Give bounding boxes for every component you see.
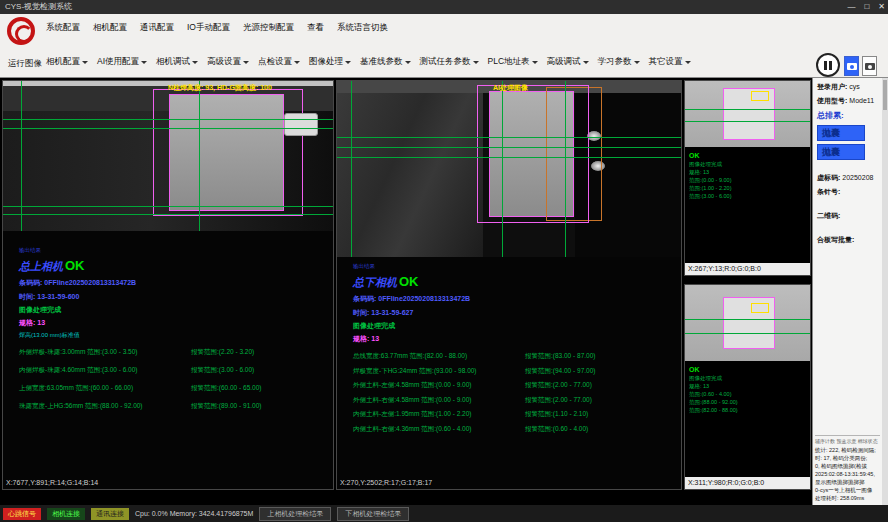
camera-select-button-2[interactable]: [862, 56, 877, 76]
lower-camera-view[interactable]: AI处理图像 输出结果 总下相机OK 条码码: 0FFline202502081…: [336, 80, 682, 490]
app-window: CYS-视觉检测系统 — □ ✕ 系统配置 相机配置 通讯配置 IO手动配置 光…: [0, 0, 888, 522]
tool-camera-config[interactable]: 相机配置: [46, 56, 88, 68]
measure-row: 外侧土料-右侧:4.58mm 范围:(0.00 - 9.00)报警范围:(2.0…: [353, 396, 677, 405]
pixel-coords-readout: X:7677,Y:891;R:14;G:14;B:14: [6, 477, 98, 489]
spec-text: 规格: 13: [353, 334, 677, 344]
tool-learning-params[interactable]: 学习参数: [598, 56, 640, 68]
result-note: 输出结果: [353, 263, 677, 270]
close-icon[interactable]: ✕: [878, 0, 885, 14]
scrollbar[interactable]: [882, 78, 888, 505]
time-text: 时间: 13-31-59-627: [353, 308, 677, 318]
maximize-icon[interactable]: □: [864, 0, 869, 14]
camera-title: 总下相机: [353, 276, 397, 288]
process-status: 图像处理完成: [19, 305, 329, 315]
pause-button[interactable]: [816, 53, 840, 77]
machine-structure: [337, 93, 483, 257]
tool-image-process[interactable]: 图像处理: [309, 56, 351, 68]
result-note: 输出结果: [19, 247, 329, 254]
guide-line-v: [502, 81, 503, 257]
measurement-rows: 总线宽度:63.77mm 范围:(82.00 - 88.00)报警范围:(83.…: [353, 352, 677, 434]
scrollbar-thumb[interactable]: [883, 80, 887, 110]
upper-result-panel: 输出结果 总上相机OK 条码码: 0FFline2025020813313472…: [19, 247, 329, 420]
guide-line-h: [685, 121, 810, 122]
model-value: Mode11: [849, 97, 874, 104]
chevron-down-icon: [345, 61, 351, 64]
tool-ai-config[interactable]: AI使用配置: [97, 56, 147, 68]
camera-icon: [847, 63, 857, 70]
measure-overlay-text: AI处理图像: [493, 83, 528, 93]
menu-item-io-manual[interactable]: IO手动配置: [187, 22, 230, 34]
thumbnail-image[interactable]: [685, 81, 810, 147]
status-bar: 心跳信号 相机连接 通讯连接 Cpu: 0.0% Memory: 3424.41…: [0, 505, 888, 522]
menu-item-language[interactable]: 系统语言切换: [337, 22, 388, 34]
guide-line-h: [3, 119, 333, 120]
tool-advanced-debug[interactable]: 高级调试: [547, 56, 589, 68]
chevron-down-icon: [243, 61, 249, 64]
camera-select-button-1[interactable]: [844, 56, 859, 76]
menu-item-view[interactable]: 查看: [307, 22, 324, 34]
queue-label: 总排累:: [817, 110, 886, 121]
tool-baseline-params[interactable]: 基准线参数: [360, 56, 411, 68]
minimize-icon[interactable]: —: [847, 0, 855, 14]
heartbeat-status-badge: 心跳信号: [3, 508, 41, 520]
chevron-down-icon: [473, 61, 479, 64]
thumbnail-image[interactable]: [685, 285, 810, 361]
lower-camera-image[interactable]: AI处理图像: [337, 81, 681, 257]
guide-line-h: [685, 333, 810, 334]
menu-toolbar-area: 系统配置 相机配置 通讯配置 IO手动配置 光源控制配置 查看 系统语言切换 运…: [0, 14, 888, 78]
chevron-down-icon: [405, 61, 411, 64]
tool-advanced-settings[interactable]: 高级设置: [207, 56, 249, 68]
tool-spot-check[interactable]: 点检设置: [258, 56, 300, 68]
tool-test-task-params[interactable]: 测试任务参数: [420, 56, 479, 68]
tool-plc-address[interactable]: PLC地址表: [488, 56, 538, 68]
pixel-coords-readout: X:270,Y:2502;R:17;G:17;B:17: [340, 477, 432, 489]
run-image-tab[interactable]: 运行图像: [8, 58, 42, 70]
connector-part: [284, 113, 318, 136]
guide-line-v: [21, 81, 22, 231]
lower-camera-result-button[interactable]: 下相机处理检结果: [337, 507, 409, 521]
measure-row: 上侧宽度:63.05mm 范围:(60.00 - 66.00)报警范围:(60.…: [19, 384, 329, 393]
upper-camera-image[interactable]: N柱焊高度: 93, HD-G面高度: 100: [3, 81, 333, 231]
app-logo-icon: [7, 17, 35, 45]
guide-line-v: [351, 81, 352, 257]
cpu-memory-readout: Cpu: 0.0% Memory: 3424.41796875M: [135, 510, 253, 517]
thumbnail-view-1[interactable]: OK 图像处理完成 规格: 13 范围:(0.00 - 9.00) 范围:(1.…: [684, 80, 811, 276]
measure-row: 内侧焊极-珠露:4.60mm 范围:(3.00 - 6.00)报警范围:(3.0…: [19, 366, 329, 375]
roi-rect: [477, 85, 589, 223]
detect-box: [751, 91, 769, 101]
chevron-down-icon: [583, 61, 589, 64]
pixel-coords-readout: X:267;Y:13;R:0;G:0;B:0: [685, 263, 810, 275]
menu-item-comm-config[interactable]: 通讯配置: [140, 22, 174, 34]
guide-line-h: [685, 319, 810, 320]
chevron-down-icon: [532, 61, 538, 64]
result-badge: OK: [399, 274, 419, 289]
result-badge: OK: [689, 152, 807, 160]
model-label: 使用型号:: [817, 97, 847, 104]
process-status: 图像处理完成: [353, 321, 677, 331]
pixel-coords-readout: X:311;Y:980;R:0;G:0;B:0: [685, 477, 810, 489]
comm-status-badge: 通讯连接: [91, 508, 129, 520]
menu-item-system-config[interactable]: 系统配置: [46, 22, 80, 34]
info-panel: 登录用户: cys 使用型号: Mode11 总排累: 抛囊 抛囊 虚标码: 2…: [812, 78, 888, 505]
guide-line-h: [337, 157, 681, 158]
barcode-text: 条码码: 0FFline2025020813313472B: [19, 278, 329, 288]
thumbnail-view-2[interactable]: OK 图像处理完成 规格: 13 范围:(0.60 - 4.00) 范围:(88…: [684, 284, 811, 490]
login-user-label: 登录用户:: [817, 83, 847, 90]
queue-item[interactable]: 抛囊: [817, 125, 865, 141]
lower-result-panel: 输出结果 总下相机OK 条码码: 0FFline2025020813313472…: [353, 263, 677, 439]
toolbar: 相机配置 AI使用配置 相机调试 高级设置 点检设置 图像处理 基准线参数 测试…: [46, 56, 691, 68]
tool-other-settings[interactable]: 其它设置: [649, 56, 691, 68]
menu-item-light-control[interactable]: 光源控制配置: [243, 22, 294, 34]
tool-camera-debug[interactable]: 相机调试: [156, 56, 198, 68]
upper-camera-view[interactable]: N柱焊高度: 93, HD-G面高度: 100 输出结果 总上相机OK 条码码:…: [2, 80, 334, 490]
upper-camera-result-button[interactable]: 上相机处理检结果: [259, 507, 331, 521]
guide-line-h: [3, 128, 333, 129]
queue-item[interactable]: 抛囊: [817, 144, 865, 160]
menu-item-camera-config[interactable]: 相机配置: [93, 22, 127, 34]
result-badge: OK: [689, 366, 807, 374]
guide-line-v: [565, 81, 566, 257]
measurement-rows: 外侧焊极-珠露:3.00mm 范围:(3.00 - 3.50)报警范围:(2.2…: [19, 348, 329, 411]
pause-icon: [829, 61, 832, 70]
chevron-down-icon: [82, 61, 88, 64]
camera-status-badge: 相机连接: [47, 508, 85, 520]
